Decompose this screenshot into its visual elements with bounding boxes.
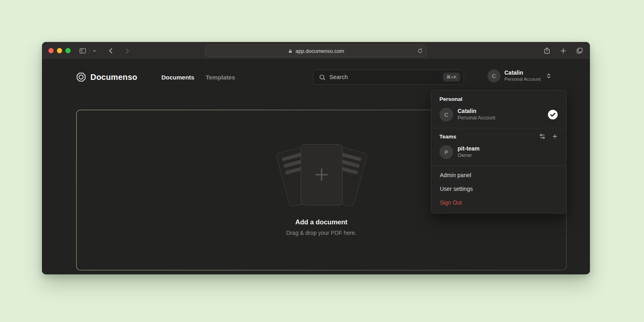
menu-item-admin-panel[interactable]: Admin panel xyxy=(436,168,561,182)
menu-item-name: pit-team xyxy=(458,145,479,153)
divider xyxy=(89,48,90,54)
brand-name: Documenso xyxy=(90,73,137,82)
avatar: C xyxy=(487,69,500,82)
lock-icon xyxy=(288,48,293,54)
document-card-center xyxy=(301,144,343,205)
menu-item-subtitle: Personal Account xyxy=(458,115,495,121)
browser-chrome: app.documenso.com xyxy=(42,42,590,60)
traffic-lights xyxy=(48,48,71,53)
back-icon[interactable] xyxy=(107,47,115,54)
minimize-window-button[interactable] xyxy=(57,48,62,53)
account-dropdown-menu: Personal C Catalin Personal Account xyxy=(431,90,567,213)
personal-section-label: Personal xyxy=(436,95,561,105)
nav-documents[interactable]: Documents xyxy=(161,74,194,81)
reload-icon[interactable] xyxy=(417,48,423,54)
menu-item-personal-account[interactable]: C Catalin Personal Account xyxy=(436,105,561,124)
dropzone-subtitle: Drag & drop your PDF here. xyxy=(286,230,356,236)
sidebar-toggle-icon[interactable] xyxy=(79,47,87,55)
search-icon xyxy=(319,74,326,81)
new-tab-icon[interactable] xyxy=(560,47,567,54)
search-input[interactable] xyxy=(329,74,439,80)
main-nav: Documents Templates xyxy=(161,74,235,81)
forward-icon[interactable] xyxy=(123,47,131,54)
menu-item-user-settings[interactable]: User settings xyxy=(436,182,561,196)
document-stack-plus-icon xyxy=(275,144,368,205)
chevron-down-icon[interactable] xyxy=(92,48,97,53)
nav-templates[interactable]: Templates xyxy=(206,74,235,81)
account-menu-button[interactable]: C Catalin Personal Account xyxy=(487,69,552,82)
tab-overview-icon[interactable] xyxy=(576,47,583,54)
check-circle-icon xyxy=(548,109,558,120)
account-name: Catalin xyxy=(504,69,541,76)
manage-teams-icon[interactable] xyxy=(539,133,546,140)
brand[interactable]: Documenso xyxy=(76,72,137,82)
menu-item-sign-out[interactable]: Sign Out xyxy=(436,196,561,209)
menu-item-team[interactable]: P pit-team Owner xyxy=(436,143,561,161)
documenso-logo-icon xyxy=(76,72,86,82)
menu-item-subtitle: Owner xyxy=(458,153,479,159)
add-team-icon[interactable] xyxy=(552,133,558,140)
browser-window: app.documenso.com xyxy=(42,42,590,274)
search-bar[interactable]: ⌘+K xyxy=(313,69,464,85)
share-icon[interactable] xyxy=(543,47,551,54)
app-content: Documenso Documents Templates ⌘+K C Cata… xyxy=(42,60,590,274)
dropzone-title: Add a document xyxy=(295,218,347,226)
url-text: app.documenso.com xyxy=(295,48,344,54)
avatar: P xyxy=(439,145,453,159)
close-window-button[interactable] xyxy=(48,48,54,53)
avatar: C xyxy=(439,108,453,121)
selector-up-down-icon xyxy=(546,73,552,79)
zoom-window-button[interactable] xyxy=(65,48,71,53)
plus-icon xyxy=(313,166,330,183)
teams-section-label: Teams xyxy=(439,134,456,140)
url-bar[interactable]: app.documenso.com xyxy=(205,45,427,57)
menu-item-name: Catalin xyxy=(458,108,495,115)
search-shortcut-badge: ⌘+K xyxy=(443,73,460,82)
account-subtitle: Personal Account xyxy=(504,76,541,82)
